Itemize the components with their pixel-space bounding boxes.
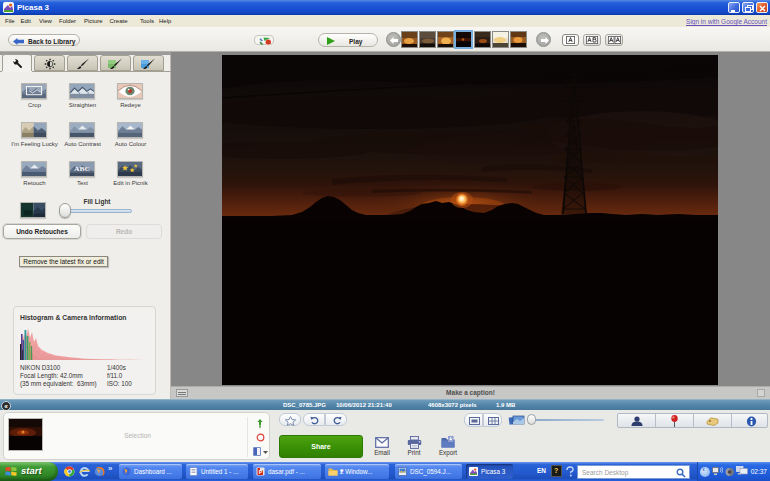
svg-text:ABC: ABC <box>74 166 90 174</box>
